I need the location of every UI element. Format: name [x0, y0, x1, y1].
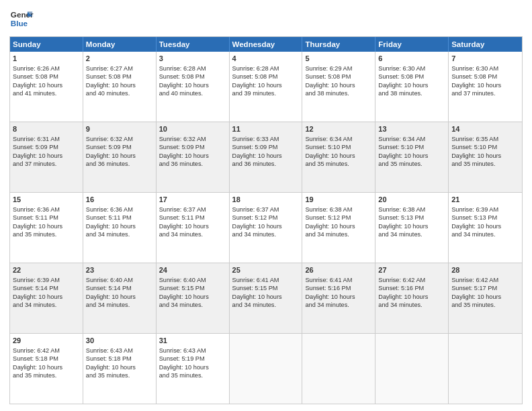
day-number: 22 [13, 265, 80, 275]
calendar-header: SundayMondayTuesdayWednesdayThursdayFrid… [10, 37, 522, 52]
day-number: 7 [451, 54, 519, 64]
day-detail: Daylight: 10 hours [159, 222, 226, 230]
page-header: General Blue [9, 7, 523, 31]
day-detail: Daylight: 10 hours [13, 363, 80, 371]
day-detail: and 38 minutes. [305, 89, 372, 97]
calendar-cell: 23Sunrise: 6:40 AMSunset: 5:14 PMDayligh… [83, 263, 157, 333]
day-detail: Sunset: 5:09 PM [86, 143, 153, 151]
calendar-cell: 27Sunrise: 6:42 AMSunset: 5:16 PMDayligh… [375, 263, 449, 333]
day-detail: and 34 minutes. [86, 230, 153, 238]
calendar-cell: 4Sunrise: 6:28 AMSunset: 5:08 PMDaylight… [230, 52, 303, 122]
calendar-cell: 17Sunrise: 6:37 AMSunset: 5:11 PMDayligh… [157, 193, 230, 263]
day-detail: Daylight: 10 hours [232, 293, 300, 301]
day-detail: Sunset: 5:10 PM [378, 143, 445, 151]
day-detail: and 40 minutes. [159, 89, 226, 97]
day-number: 13 [378, 124, 445, 134]
day-detail: Sunset: 5:08 PM [305, 73, 372, 81]
day-detail: Sunset: 5:09 PM [159, 143, 226, 151]
day-detail: Sunrise: 6:32 AM [159, 135, 226, 143]
calendar-cell: 11Sunrise: 6:33 AMSunset: 5:09 PMDayligh… [230, 122, 303, 192]
day-number: 10 [159, 124, 226, 134]
day-detail: and 34 minutes. [378, 230, 445, 238]
day-detail: Sunset: 5:08 PM [86, 73, 153, 81]
day-detail: Daylight: 10 hours [13, 152, 80, 160]
day-detail: Daylight: 10 hours [159, 293, 226, 301]
day-detail: Sunset: 5:11 PM [159, 214, 226, 222]
day-number: 4 [232, 54, 300, 64]
calendar-cell: 14Sunrise: 6:35 AMSunset: 5:10 PMDayligh… [449, 122, 522, 192]
day-number: 18 [232, 195, 300, 205]
day-detail: and 35 minutes. [451, 160, 519, 168]
day-detail: and 34 minutes. [305, 230, 372, 238]
calendar-cell [302, 334, 375, 404]
day-detail: Sunset: 5:10 PM [305, 143, 372, 151]
day-detail: and 40 minutes. [86, 89, 153, 97]
day-detail: and 34 minutes. [232, 230, 300, 238]
calendar-cell: 24Sunrise: 6:40 AMSunset: 5:15 PMDayligh… [157, 263, 230, 333]
day-detail: Sunrise: 6:34 AM [305, 135, 372, 143]
day-detail: Daylight: 10 hours [232, 152, 300, 160]
calendar-row: 22Sunrise: 6:39 AMSunset: 5:14 PMDayligh… [10, 263, 522, 334]
calendar-cell: 19Sunrise: 6:38 AMSunset: 5:12 PMDayligh… [302, 193, 375, 263]
day-detail: Daylight: 10 hours [305, 81, 372, 89]
day-number: 25 [232, 265, 300, 275]
day-detail: Sunrise: 6:34 AM [378, 135, 445, 143]
day-detail: Sunrise: 6:38 AM [378, 205, 445, 214]
logo-icon: General Blue [9, 7, 34, 31]
day-detail: Sunrise: 6:29 AM [305, 64, 372, 73]
day-detail: Sunset: 5:13 PM [451, 214, 519, 222]
day-detail: Sunrise: 6:42 AM [378, 276, 445, 284]
day-number: 26 [305, 265, 372, 275]
day-detail: and 35 minutes. [86, 371, 153, 379]
svg-text:Blue: Blue [11, 19, 28, 28]
day-number: 31 [159, 336, 226, 346]
day-detail: Sunset: 5:13 PM [378, 214, 445, 222]
day-detail: Sunrise: 6:37 AM [159, 205, 226, 214]
day-detail: Daylight: 10 hours [378, 293, 445, 301]
day-detail: Sunrise: 6:28 AM [232, 64, 300, 73]
calendar-cell: 26Sunrise: 6:41 AMSunset: 5:16 PMDayligh… [302, 263, 375, 333]
day-detail: and 34 minutes. [378, 301, 445, 309]
day-detail: Sunrise: 6:31 AM [13, 135, 80, 143]
day-detail: and 34 minutes. [451, 230, 519, 238]
day-number: 8 [13, 124, 80, 134]
day-detail: and 34 minutes. [13, 301, 80, 309]
day-number: 6 [378, 54, 445, 64]
day-detail: Sunset: 5:14 PM [13, 284, 80, 292]
day-detail: Daylight: 10 hours [305, 222, 372, 230]
day-detail: Daylight: 10 hours [451, 222, 519, 230]
day-detail: Sunset: 5:08 PM [159, 73, 226, 81]
day-number: 2 [86, 54, 153, 64]
day-number: 1 [13, 54, 80, 64]
day-detail: Daylight: 10 hours [451, 152, 519, 160]
page-container: General Blue SundayMondayTuesdayWednesda… [0, 0, 532, 411]
day-detail: Daylight: 10 hours [13, 222, 80, 230]
day-detail: Sunset: 5:12 PM [305, 214, 372, 222]
day-number: 14 [451, 124, 519, 134]
day-detail: Sunset: 5:15 PM [232, 284, 300, 292]
weekday-header: Wednesday [230, 37, 303, 52]
weekday-header: Monday [83, 37, 157, 52]
day-detail: and 34 minutes. [232, 301, 300, 309]
day-detail: Daylight: 10 hours [378, 152, 445, 160]
day-detail: Daylight: 10 hours [86, 222, 153, 230]
day-detail: Sunset: 5:10 PM [451, 143, 519, 151]
calendar-cell: 9Sunrise: 6:32 AMSunset: 5:09 PMDaylight… [83, 122, 157, 192]
calendar-cell: 28Sunrise: 6:42 AMSunset: 5:17 PMDayligh… [449, 263, 522, 333]
day-number: 12 [305, 124, 372, 134]
calendar-cell [449, 334, 522, 404]
day-detail: Sunrise: 6:36 AM [86, 205, 153, 214]
day-detail: Sunrise: 6:40 AM [86, 276, 153, 284]
day-number: 23 [86, 265, 153, 275]
day-detail: Sunrise: 6:28 AM [159, 64, 226, 73]
calendar-cell: 2Sunrise: 6:27 AMSunset: 5:08 PMDaylight… [83, 52, 157, 122]
day-detail: Daylight: 10 hours [86, 81, 153, 89]
day-detail: Daylight: 10 hours [86, 363, 153, 371]
calendar-row: 8Sunrise: 6:31 AMSunset: 5:09 PMDaylight… [10, 122, 522, 193]
day-number: 11 [232, 124, 300, 134]
calendar-cell: 7Sunrise: 6:30 AMSunset: 5:08 PMDaylight… [449, 52, 522, 122]
day-detail: Sunrise: 6:32 AM [86, 135, 153, 143]
calendar-cell: 15Sunrise: 6:36 AMSunset: 5:11 PMDayligh… [10, 193, 83, 263]
calendar-row: 15Sunrise: 6:36 AMSunset: 5:11 PMDayligh… [10, 193, 522, 263]
weekday-header: Tuesday [157, 37, 230, 52]
